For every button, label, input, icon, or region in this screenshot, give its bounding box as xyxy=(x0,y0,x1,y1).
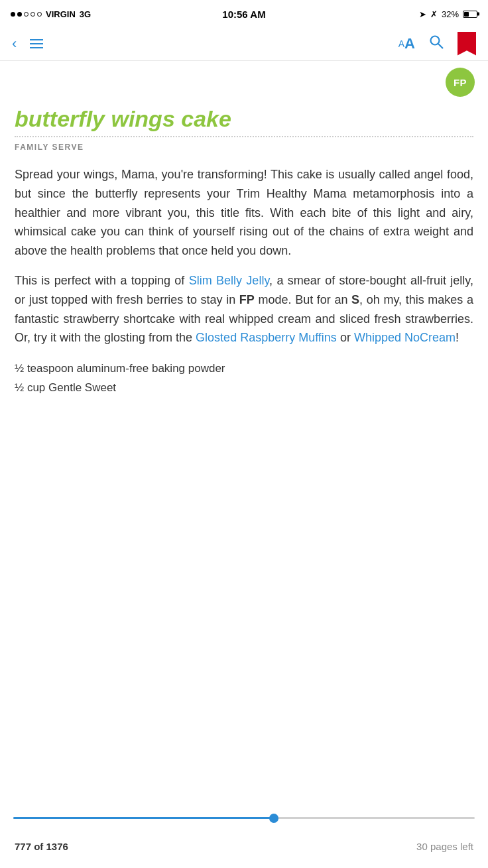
progress-fill xyxy=(13,817,274,819)
body-paragraph-2: This is perfect with a topping of Slim B… xyxy=(15,271,473,347)
nav-bar: ‹ A A xyxy=(0,27,488,61)
glosted-muffins-link[interactable]: Glosted Raspberry Muffins xyxy=(196,331,337,344)
progress-thumb[interactable] xyxy=(269,814,278,823)
nav-left: ‹ xyxy=(12,36,43,51)
whipped-nocream-link[interactable]: Whipped NoCream xyxy=(354,331,456,344)
status-time: 10:56 AM xyxy=(222,9,265,20)
pages-left: 30 pages left xyxy=(416,841,473,852)
bookmark-button[interactable] xyxy=(457,32,476,56)
signal-dot-5 xyxy=(37,12,42,17)
nav-right: A A xyxy=(398,32,476,56)
progress-track[interactable] xyxy=(13,817,475,819)
font-size-button[interactable]: A A xyxy=(398,35,415,52)
fp-inline-badge: FP xyxy=(239,293,255,306)
status-right: ➤ ✗ 32% xyxy=(419,9,477,19)
page-number: 777 of 1376 xyxy=(15,841,68,852)
ingredients-list: ½ teaspoon aluminum-free baking powder ½… xyxy=(15,359,473,398)
battery-percent: 32% xyxy=(442,9,459,19)
para2-end: ! xyxy=(456,331,459,344)
para2-mid4: or xyxy=(337,331,354,344)
signal-dot-1 xyxy=(11,12,15,17)
carrier-label: VIRGIN xyxy=(46,9,76,19)
search-button[interactable] xyxy=(428,34,444,54)
title-divider xyxy=(15,136,473,137)
font-small-label: A xyxy=(398,38,404,49)
fp-badge: FP xyxy=(446,68,475,97)
signal-dot-3 xyxy=(24,12,29,17)
bluetooth-icon: ✗ xyxy=(430,9,438,19)
progress-section xyxy=(0,817,488,828)
para2-mid2: mode. But for an xyxy=(255,293,351,306)
toc-line-1 xyxy=(30,39,43,40)
page-footer: 777 of 1376 30 pages left xyxy=(0,841,488,852)
content-area: butterfly wings cake FAMILY SERVE Spread… xyxy=(0,99,488,411)
status-left: VIRGIN 3G xyxy=(11,9,91,19)
signal-dots xyxy=(11,12,42,17)
recipe-title: butterfly wings cake xyxy=(15,106,473,132)
slim-belly-jelly-link[interactable]: Slim Belly Jelly xyxy=(189,274,269,287)
signal-dot-2 xyxy=(17,12,22,17)
category-label: FAMILY SERVE xyxy=(15,143,473,152)
location-icon: ➤ xyxy=(419,9,426,19)
toc-line-2 xyxy=(30,43,43,44)
ingredient-2: ½ cup Gentle Sweet xyxy=(15,379,473,398)
toc-line-3 xyxy=(30,47,43,48)
table-of-contents-button[interactable] xyxy=(30,39,43,48)
svg-point-0 xyxy=(431,36,440,44)
signal-dot-4 xyxy=(30,12,35,17)
para2-pre: This is perfect with a topping of xyxy=(15,274,189,287)
svg-line-1 xyxy=(438,44,443,48)
status-bar: VIRGIN 3G 10:56 AM ➤ ✗ 32% xyxy=(0,0,488,27)
network-label: 3G xyxy=(80,9,91,19)
ingredient-1: ½ teaspoon aluminum-free baking powder xyxy=(15,359,473,379)
font-large-label: A xyxy=(404,35,415,52)
back-button[interactable]: ‹ xyxy=(12,36,17,51)
fp-badge-container: FP xyxy=(0,61,488,99)
battery-icon xyxy=(463,11,477,18)
s-inline-badge: S xyxy=(351,293,359,306)
body-paragraph-1: Spread your wings, Mama, you're transfor… xyxy=(15,165,473,261)
